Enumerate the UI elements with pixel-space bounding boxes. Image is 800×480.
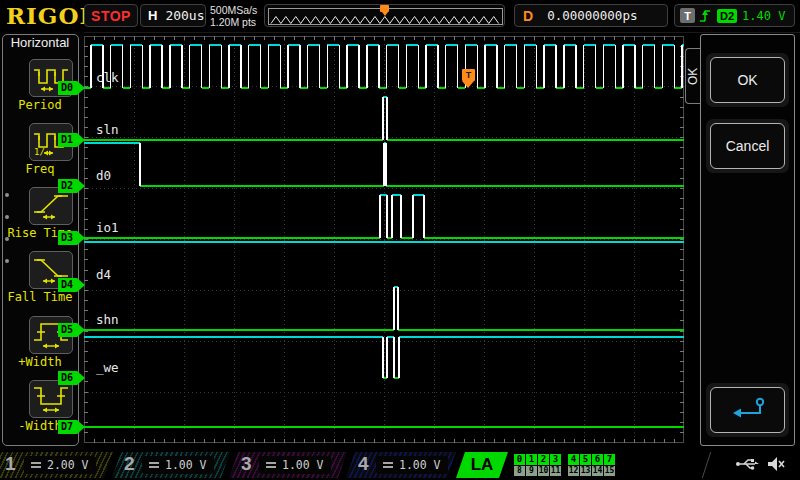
dc-coupling-icon <box>383 462 393 468</box>
ok-button[interactable]: OK <box>710 57 785 103</box>
channel-1-block: 1 2.00 V <box>0 452 113 478</box>
waveform-display: clkslnd0io1d4shn_we T <box>84 32 684 450</box>
waveform-preview <box>264 4 505 27</box>
sidebar-item-label: Period <box>0 98 80 112</box>
menu-scroll-dot <box>5 259 9 263</box>
minus-width-button[interactable] <box>29 380 73 418</box>
channel-status-bar: 1 2.00 V 2 1.00 V 3 1.00 V 4 1.0 <box>0 450 800 480</box>
channel-4-number: 4 <box>358 453 369 475</box>
acquisition-readout: 500MSa/s 1.20M pts <box>210 4 257 28</box>
sidebar-item-label: Freq <box>0 162 80 176</box>
oscilloscope-screen: RIGOL STOP H 200us 500MSa/s 1.20M pts D … <box>0 0 800 480</box>
la-digit-8: 8 <box>514 466 525 476</box>
svg-text:clk: clk <box>96 70 119 85</box>
sidebar-item-label: +Width <box>0 355 80 369</box>
svg-text:d4: d4 <box>96 267 111 282</box>
top-status-bar: RIGOL STOP H 200us 500MSa/s 1.20M pts D … <box>0 0 800 33</box>
la-digit-4: 4 <box>568 454 579 465</box>
la-digit-14: 14 <box>592 466 603 476</box>
channel-4-block: 4 1.00 V <box>346 452 456 478</box>
channel-2-scale: 1.00 V <box>165 458 207 472</box>
channel-1-scale: 2.00 V <box>47 458 89 472</box>
la-digit-9: 9 <box>526 466 537 476</box>
trigger-source-badge: D2 <box>717 9 737 23</box>
menu-scroll-dot <box>5 193 9 197</box>
svg-text:io1: io1 <box>96 220 119 235</box>
sidebar-title: Horizontal <box>0 35 80 50</box>
sidebar-item-label: Fall Time <box>0 290 80 304</box>
delay-readout-box: D 0.00000000ps <box>514 4 668 27</box>
menu-tab-ok: OK <box>685 48 700 104</box>
menu-scroll-dot <box>5 237 9 241</box>
channel-4-scale: 1.00 V <box>399 458 441 472</box>
channel-1-number: 1 <box>5 453 16 475</box>
la-digit-7: 7 <box>604 454 615 465</box>
return-button[interactable] <box>710 387 785 433</box>
return-arrow-icon <box>727 396 769 424</box>
dc-coupling-icon <box>266 462 276 468</box>
sample-rate: 500MSa/s <box>210 4 257 16</box>
memory-depth: 1.20M pts <box>210 16 257 28</box>
svg-text:_we: _we <box>96 360 119 375</box>
channel-3-scale-pill: 1.00 V <box>259 456 331 474</box>
dc-coupling-icon <box>149 462 159 468</box>
delay-prefix: D <box>523 8 533 24</box>
menu-scroll-dot <box>5 215 9 219</box>
channel-4-scale-pill: 1.00 V <box>376 456 448 474</box>
la-digit-12: 12 <box>568 466 579 476</box>
la-digit-13: 13 <box>580 466 591 476</box>
run-state-label: STOP <box>91 8 131 24</box>
la-digit-3: 3 <box>550 454 561 465</box>
horizontal-scale-box: H 200us <box>140 4 206 27</box>
delay-value: 0.00000000ps <box>547 8 637 23</box>
speaker-muted-icon <box>767 456 785 472</box>
horizontal-prefix: H <box>148 8 157 23</box>
soft-menu-panel: OK Cancel <box>700 34 795 446</box>
trigger-prefix: T <box>680 8 695 23</box>
dc-coupling-icon <box>31 462 41 468</box>
la-digit-15: 15 <box>604 466 615 476</box>
rise-time-icon <box>31 188 71 222</box>
channel-3-number: 3 <box>241 453 252 475</box>
trigger-level-value: 1.40 V <box>742 9 785 23</box>
la-digit-2: 2 <box>538 454 549 465</box>
la-digit-grid: 01234567 89101112131415 <box>502 452 626 478</box>
channel-2-scale-pill: 1.00 V <box>142 456 214 474</box>
svg-text:sln: sln <box>96 122 119 137</box>
usb-icon <box>735 457 759 471</box>
la-digit-1: 1 <box>526 454 537 465</box>
channel-2-number: 2 <box>124 453 135 475</box>
cancel-button[interactable]: Cancel <box>710 123 785 169</box>
sidebar-item-freq[interactable]: 1/ Freq <box>0 123 80 176</box>
la-digit-5: 5 <box>580 454 591 465</box>
rising-edge-icon <box>699 8 712 23</box>
minus-width-icon <box>31 381 71 415</box>
svg-text:shn: shn <box>96 312 119 327</box>
la-digit-0: 0 <box>514 454 525 465</box>
run-state-indicator: STOP <box>84 4 138 27</box>
svg-text:d0: d0 <box>96 168 111 183</box>
la-digit-6: 6 <box>592 454 603 465</box>
la-digit-10: 10 <box>538 466 549 476</box>
trigger-readout-box: T D2 1.40 V <box>674 4 795 27</box>
logic-analyzer-plot: clkslnd0io1d4shn_we <box>84 32 684 450</box>
preview-trigger-marker <box>380 5 389 12</box>
horizontal-scale-value: 200us <box>165 8 204 23</box>
channel-2-block: 2 1.00 V <box>112 452 230 478</box>
trigger-position-marker: T <box>462 69 475 88</box>
la-digit-11: 11 <box>550 466 561 476</box>
svg-text:1/: 1/ <box>34 147 45 157</box>
channel-3-scale: 1.00 V <box>282 458 324 472</box>
channel-1-scale-pill: 2.00 V <box>24 456 96 474</box>
statusbar-divider <box>702 452 711 478</box>
channel-3-block: 3 1.00 V <box>229 452 347 478</box>
la-indicator: LA <box>456 452 508 478</box>
sidebar-item-fall-time[interactable]: Fall Time <box>0 251 80 304</box>
